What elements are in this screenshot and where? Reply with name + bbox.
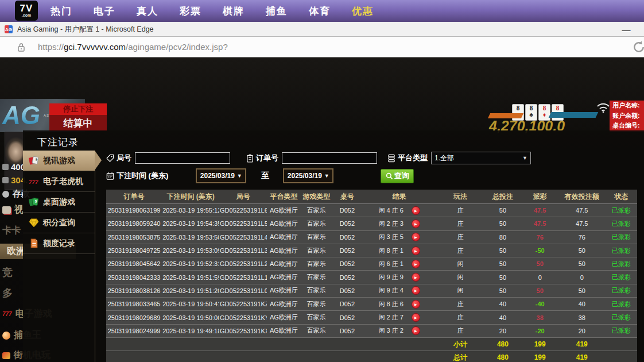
column-header: 游戏类型 (301, 190, 333, 204)
sidebar-item-label: 积分查询 (43, 218, 75, 228)
nav-item-4[interactable]: 彩票 (180, 5, 201, 18)
sidebar-item-5[interactable]: 额度记录 (23, 233, 95, 254)
replay-play-icon[interactable]: ▶ (412, 233, 420, 241)
payout: 47.5 (521, 204, 558, 217)
cell: 250319198045642 (106, 257, 162, 271)
empty-cell (267, 337, 300, 351)
subtotal-row-value: 199 (521, 337, 558, 351)
cell: 百家乐 (301, 271, 333, 284)
empty-cell (267, 351, 300, 362)
cell: 百家乐 (301, 230, 333, 244)
chevron-down-icon: ▼ (324, 173, 329, 179)
replay-play-icon[interactable]: ▶ (412, 313, 420, 322)
address-url[interactable]: https://gci.7vvvvvv.com/agingame/pcv2/in… (38, 42, 228, 52)
table-row: 2503191980538752025-03-19 19:53:50GD0522… (106, 230, 637, 244)
cell: 250319198049725 (106, 244, 162, 257)
column-header: 结果 (362, 190, 437, 204)
replay-play-icon[interactable]: ▶ (412, 326, 420, 335)
result-text: 闲 9 庄 9 (378, 273, 403, 282)
cell: D052 (332, 284, 362, 297)
column-header: 平台类型 (267, 190, 300, 204)
play-type: 庄 (436, 311, 484, 324)
cell: D052 (332, 257, 362, 271)
nav-item-8[interactable]: 优惠 (352, 5, 374, 18)
date-to-picker[interactable]: 2025/03/19▼ (283, 168, 333, 183)
quota-doc-icon (29, 238, 39, 249)
valid-bet: 47.5 (558, 217, 605, 230)
order-label: 订单号 (246, 153, 278, 163)
url-domain: gci.7vvvvvv.com (64, 42, 126, 52)
replay-play-icon[interactable]: ▶ (412, 260, 420, 268)
nav-item-7[interactable]: 体育 (309, 5, 331, 18)
total-row-label: 总计 (436, 351, 484, 362)
total-row-value: 199 (521, 351, 558, 362)
status-badge: 已派彩 (605, 298, 637, 311)
platform-label: 平台类型 (387, 153, 428, 163)
column-header: 订单号 (106, 190, 162, 204)
total-row-value: 480 (484, 351, 522, 362)
cell: AG欧洲厅 (267, 204, 300, 217)
platform-select[interactable]: 1.全部 ▼ (431, 152, 531, 164)
nav-item-1[interactable]: 热门 (51, 5, 72, 18)
search-button[interactable]: 查询 (381, 169, 414, 183)
empty-cell (332, 351, 362, 362)
sidebar-item-2[interactable]: 777电子老虎机 (23, 171, 95, 192)
column-header: 有效投注额 (558, 190, 605, 204)
cell: 百家乐 (301, 204, 333, 217)
nav-item-6[interactable]: 捕鱼 (266, 5, 288, 18)
site-logo[interactable]: 7V .com (15, 1, 38, 21)
bg-menu-kaka: 卡卡 (2, 225, 21, 237)
payout: -20 (521, 324, 558, 337)
subtotal-row-value: 480 (484, 337, 522, 351)
cell: GD052253191L0 (219, 284, 267, 297)
result-cell: 闲 2 庄 7▶ (362, 311, 437, 324)
sidebar-item-4[interactable]: 积分查询 (23, 213, 95, 233)
replay-play-icon[interactable]: ▶ (412, 286, 420, 295)
order-input[interactable] (282, 152, 377, 164)
sidebar-item-1[interactable]: 9视讯游戏 (23, 151, 95, 171)
total-bet: 40 (484, 311, 522, 324)
column-header: 下注时间 (美东) (162, 190, 219, 204)
nav-item-3[interactable]: 真人 (137, 5, 158, 18)
cell: GD052253191L6 (219, 204, 267, 217)
window-title: Asia Gaming - 用户配置 1 - Microsoft Edge (17, 25, 154, 34)
payout: 50 (521, 284, 558, 297)
replay-play-icon[interactable]: ▶ (412, 247, 420, 255)
replay-play-icon[interactable]: ▶ (412, 219, 420, 228)
bet-records-table: 订单号下注时间 (美东)局号平台类型游戏类型桌号结果玩法总投注派彩有效投注额状态… (106, 190, 637, 362)
status-badge: 已派彩 (605, 311, 637, 324)
status-badge: 已派彩 (605, 257, 637, 271)
user-info-panel: 用户名称: 账户余额: 桌台编号: (610, 101, 644, 132)
date-from-picker[interactable]: 2025/03/19▼ (196, 168, 246, 183)
cell: D052 (332, 271, 362, 284)
cell: 2025-03-19 19:49:18 (162, 324, 219, 337)
valid-bet: 76 (558, 230, 605, 244)
valid-bet: 38 (558, 311, 605, 324)
clipboard-icon (246, 154, 254, 163)
nav-item-5[interactable]: 棋牌 (223, 5, 245, 18)
cell: GD052253191L1 (219, 271, 267, 284)
refresh-icon[interactable] (631, 40, 644, 57)
replay-play-icon[interactable]: ▶ (412, 206, 420, 215)
result-value: 闲 8 庄 1▶ (363, 247, 436, 255)
result-text: 闲 2 庄 7 (378, 313, 403, 322)
bg-arcade-icon (2, 352, 10, 359)
cell: GD052253191KX (219, 324, 267, 337)
platform-select-value: 1.全部 (434, 153, 454, 163)
table-row: 2503191980334652025-03-19 19:50:41GD0522… (106, 298, 637, 311)
nav-item-2[interactable]: 电子 (94, 5, 115, 18)
payout: 50 (521, 257, 558, 271)
screen: 7V .com 热门电子真人彩票棋牌捕鱼体育优惠 AG Asia Gaming … (0, 0, 644, 362)
browser-urlbar[interactable]: https://gci.7vvvvvv.com/agingame/pcv2/in… (0, 37, 644, 57)
status-badge: 已派彩 (605, 204, 637, 217)
sidebar-item-3[interactable]: $桌面游戏 (23, 192, 95, 213)
result-text: 闲 2 庄 3 (378, 219, 403, 228)
betting-records-dialog: 下注记录 9视讯游戏777电子老虎机$桌面游戏积分查询额度记录 局号 订单号 平… (23, 130, 644, 362)
replay-play-icon[interactable]: ▶ (412, 273, 420, 282)
cell: 2025-03-19 19:51:59 (162, 271, 219, 284)
minimize-button[interactable]: — (619, 22, 634, 37)
round-input[interactable] (135, 152, 230, 164)
replay-play-icon[interactable]: ▶ (412, 300, 420, 309)
empty-cell (301, 351, 333, 362)
play-type: 庄 (436, 204, 484, 217)
